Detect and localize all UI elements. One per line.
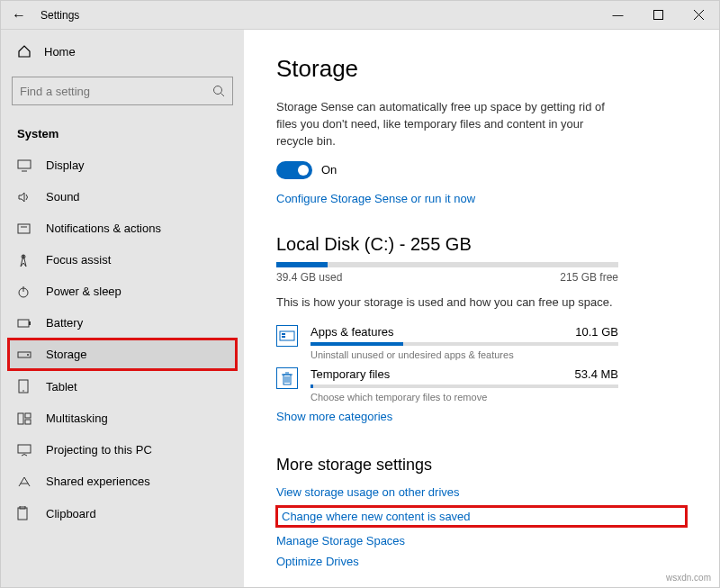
storage-icon bbox=[17, 350, 33, 359]
configure-storage-sense-link[interactable]: Configure Storage Sense or run it now bbox=[276, 192, 475, 205]
svg-rect-7 bbox=[18, 224, 30, 233]
battery-icon bbox=[17, 319, 33, 328]
sidebar-item-label: Projecting to this PC bbox=[46, 443, 152, 457]
sidebar-item-projecting[interactable]: Projecting to this PC bbox=[8, 434, 237, 466]
shared-icon bbox=[17, 475, 33, 488]
svg-rect-27 bbox=[282, 336, 285, 338]
svg-point-17 bbox=[22, 390, 24, 392]
sidebar-item-label: Power & sleep bbox=[46, 285, 122, 298]
storage-sense-toggle[interactable] bbox=[276, 161, 312, 179]
sidebar-item-label: Storage bbox=[46, 348, 87, 361]
back-button[interactable]: ← bbox=[1, 7, 37, 23]
sidebar-item-label: Battery bbox=[46, 316, 83, 330]
maximize-button[interactable] bbox=[638, 1, 679, 30]
disk-heading: Local Disk (C:) - 255 GB bbox=[276, 234, 687, 255]
sound-icon bbox=[17, 191, 33, 204]
category-subtitle: Choose which temporary files to remove bbox=[310, 392, 618, 403]
home-nav[interactable]: Home bbox=[8, 39, 237, 64]
manage-storage-spaces-link[interactable]: Manage Storage Spaces bbox=[276, 534, 687, 547]
main-content: Storage Storage Sense can automatically … bbox=[244, 30, 719, 587]
power-icon bbox=[17, 285, 33, 298]
sidebar-item-label: Clipboard bbox=[46, 507, 96, 520]
category-name: Apps & features bbox=[310, 325, 394, 339]
sidebar-item-notifications[interactable]: Notifications & actions bbox=[8, 213, 237, 244]
sidebar-item-label: Tablet bbox=[46, 380, 77, 394]
search-field[interactable] bbox=[20, 85, 212, 98]
svg-rect-26 bbox=[282, 333, 285, 335]
close-button[interactable] bbox=[679, 1, 719, 30]
sidebar-item-focus-assist[interactable]: Focus assist bbox=[8, 244, 237, 276]
svg-rect-21 bbox=[18, 445, 31, 453]
svg-rect-13 bbox=[29, 321, 31, 325]
sidebar-item-label: Multitasking bbox=[46, 412, 108, 425]
category-temporary-files[interactable]: Temporary files 53.4 MB Choose which tem… bbox=[276, 364, 618, 406]
svg-rect-0 bbox=[654, 11, 663, 20]
watermark: wsxdn.com bbox=[666, 573, 711, 583]
clipboard-icon bbox=[17, 506, 33, 520]
sidebar-item-sound[interactable]: Sound bbox=[8, 181, 237, 213]
sidebar-item-label: Sound bbox=[46, 190, 80, 204]
svg-rect-5 bbox=[18, 160, 31, 168]
sidebar-item-label: Focus assist bbox=[46, 253, 111, 267]
multitasking-icon bbox=[17, 412, 33, 425]
sidebar-item-clipboard[interactable]: Clipboard bbox=[8, 497, 237, 529]
optimize-drives-link[interactable]: Optimize Drives bbox=[276, 555, 687, 568]
window-title: Settings bbox=[37, 9, 79, 22]
focus-icon bbox=[17, 254, 33, 267]
sidebar-item-label: Notifications & actions bbox=[46, 222, 161, 235]
sidebar-item-battery[interactable]: Battery bbox=[8, 307, 237, 339]
titlebar: ← Settings ― bbox=[1, 1, 719, 30]
display-icon bbox=[17, 159, 33, 172]
projecting-icon bbox=[17, 444, 33, 457]
svg-rect-20 bbox=[25, 420, 31, 424]
sidebar-item-label: Display bbox=[46, 158, 85, 172]
tablet-icon bbox=[17, 379, 33, 394]
category-size: 10.1 GB bbox=[575, 325, 618, 339]
category-bar bbox=[310, 342, 618, 346]
category-size: 53.4 MB bbox=[575, 367, 618, 381]
sidebar: Home System Display Sound Notifications … bbox=[1, 30, 244, 587]
change-content-saved-link[interactable]: Change where new content is saved bbox=[276, 506, 687, 527]
home-icon bbox=[17, 44, 32, 59]
svg-rect-18 bbox=[18, 413, 23, 424]
svg-line-4 bbox=[221, 94, 225, 97]
category-name: Temporary files bbox=[310, 367, 390, 381]
more-storage-settings-heading: More storage settings bbox=[276, 456, 687, 475]
svg-rect-19 bbox=[25, 413, 31, 418]
disk-usage-bar bbox=[276, 262, 618, 267]
usage-description: This is how your storage is used and how… bbox=[276, 294, 618, 312]
temp-files-icon bbox=[276, 367, 298, 389]
category-bar bbox=[310, 384, 618, 388]
svg-point-15 bbox=[27, 354, 29, 356]
show-more-categories-link[interactable]: Show more categories bbox=[276, 410, 392, 423]
sidebar-item-multitasking[interactable]: Multitasking bbox=[8, 403, 237, 434]
minimize-button[interactable]: ― bbox=[598, 1, 638, 30]
apps-icon bbox=[276, 325, 298, 347]
search-input[interactable] bbox=[12, 77, 233, 105]
svg-rect-23 bbox=[18, 508, 27, 520]
sidebar-item-shared[interactable]: Shared experiences bbox=[8, 466, 237, 497]
home-label: Home bbox=[44, 45, 76, 59]
notifications-icon bbox=[17, 222, 33, 235]
search-icon bbox=[212, 85, 225, 97]
toggle-state-label: On bbox=[321, 163, 337, 176]
view-storage-other-drives-link[interactable]: View storage usage on other drives bbox=[276, 485, 687, 499]
sidebar-item-storage[interactable]: Storage bbox=[8, 339, 237, 370]
category-subtitle: Uninstall unused or undesired apps & fea… bbox=[310, 349, 618, 360]
storage-sense-description: Storage Sense can automatically free up … bbox=[276, 99, 618, 150]
sidebar-item-label: Shared experiences bbox=[46, 475, 150, 488]
category-apps-features[interactable]: Apps & features 10.1 GB Uninstall unused… bbox=[276, 321, 618, 364]
disk-free-label: 215 GB free bbox=[560, 271, 618, 284]
svg-rect-12 bbox=[18, 320, 29, 327]
sidebar-item-tablet[interactable]: Tablet bbox=[8, 370, 237, 403]
sidebar-item-power-sleep[interactable]: Power & sleep bbox=[8, 276, 237, 307]
section-title: System bbox=[8, 122, 237, 149]
sidebar-item-display[interactable]: Display bbox=[8, 149, 237, 181]
page-title: Storage bbox=[276, 55, 687, 83]
svg-point-3 bbox=[214, 86, 222, 95]
disk-used-label: 39.4 GB used bbox=[276, 271, 342, 284]
